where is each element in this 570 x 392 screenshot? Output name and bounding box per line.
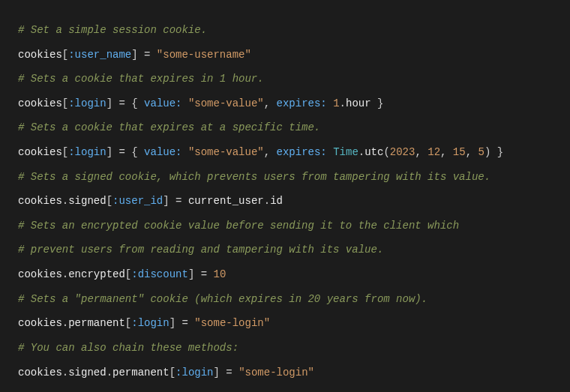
number: 1 xyxy=(333,97,339,109)
sp xyxy=(182,97,188,109)
punct: [ xyxy=(62,146,68,158)
sp xyxy=(327,97,333,109)
symbol: :user_name xyxy=(68,49,131,61)
punct: ] xyxy=(170,317,176,329)
punct: ] xyxy=(131,49,137,61)
method: signed xyxy=(68,195,106,207)
punct: ] xyxy=(214,367,220,379)
comment: # Sets an encrypted cookie value before … xyxy=(18,220,459,232)
code-line: cookies.encrypted[:discount] = 10 xyxy=(18,262,552,287)
code-block: # Set a simple session cookie.cookies[:u… xyxy=(0,0,570,392)
punct: ] xyxy=(106,97,112,109)
string: "some-value" xyxy=(188,97,264,109)
brace: } xyxy=(371,97,384,109)
string: "some-login" xyxy=(238,367,314,379)
identifier: cookies xyxy=(18,367,62,379)
class-name: Time xyxy=(333,146,358,158)
number: 2023 xyxy=(390,146,416,158)
code-line: cookies.permanent[:login] = "some-login" xyxy=(18,311,552,336)
code-line: # Sets an encrypted cookie value before … xyxy=(18,214,552,238)
method: hour xyxy=(346,97,371,109)
punct: ] xyxy=(163,195,169,207)
hash-key: value: xyxy=(144,146,182,158)
comment: # Sets a cookie that expires at a specif… xyxy=(18,121,320,133)
number: 10 xyxy=(214,268,226,280)
code-line: # You can also chain these methods: xyxy=(18,336,552,361)
dot: . xyxy=(62,317,68,329)
punct: [ xyxy=(170,367,176,379)
comma: , xyxy=(264,97,277,109)
brace: } xyxy=(490,146,503,158)
symbol: :login xyxy=(176,367,213,379)
code-line: cookies[:user_name] = "some-username" xyxy=(18,43,552,67)
comment: # prevent users from reading and tamperi… xyxy=(18,244,383,256)
op: = xyxy=(112,97,131,109)
string: "some-username" xyxy=(157,49,251,61)
code-line: # Sets a "permanent" cookie (which expir… xyxy=(18,287,552,312)
method: encrypted xyxy=(68,268,125,280)
code-line: # Sets a cookie that expires at a specif… xyxy=(18,115,552,140)
punct: [ xyxy=(125,268,131,280)
identifier: cookies xyxy=(18,49,62,61)
symbol: :login xyxy=(131,317,169,329)
op: = xyxy=(138,49,157,61)
code-line: cookies.signed[:user_id] = current_user.… xyxy=(18,189,552,214)
dot: . xyxy=(340,97,346,109)
dot: . xyxy=(62,268,68,280)
hash-key: value: xyxy=(144,97,182,109)
comment: # Sets a cookie that expires in 1 hour. xyxy=(18,73,264,85)
identifier: cookies xyxy=(18,195,62,207)
op: = xyxy=(220,367,238,379)
method: id xyxy=(270,195,283,207)
code-line: cookies[:login] = { value: "some-value",… xyxy=(18,91,552,116)
dot: . xyxy=(106,367,112,379)
comma: , xyxy=(415,146,428,158)
identifier: cookies xyxy=(18,317,62,329)
code-line: cookies[:login] = { value: "some-value",… xyxy=(18,140,552,165)
dot: . xyxy=(358,146,364,158)
comment: # You can also chain these methods: xyxy=(18,342,238,354)
punct: [ xyxy=(106,195,112,207)
comma: , xyxy=(440,146,453,158)
comma: , xyxy=(466,146,478,158)
code-line: # Sets a cookie that expires in 1 hour. xyxy=(18,67,552,91)
string: "some-value" xyxy=(188,146,264,158)
symbol: :user_id xyxy=(112,195,163,207)
hash-key: expires: xyxy=(277,146,327,158)
symbol: :login xyxy=(68,97,106,109)
dot: . xyxy=(62,195,68,207)
comma: , xyxy=(264,146,277,158)
code-line: cookies.signed.permanent[:login] = "some… xyxy=(18,361,552,385)
identifier: cookies xyxy=(18,146,62,158)
brace: { xyxy=(131,97,144,109)
op: = xyxy=(112,146,131,158)
symbol: :discount xyxy=(131,268,188,280)
op: = xyxy=(170,195,188,207)
hash-key: expires: xyxy=(277,97,327,109)
number: 12 xyxy=(428,146,440,158)
comment: # Sets a "permanent" cookie (which expir… xyxy=(18,293,428,305)
op: = xyxy=(176,317,194,329)
method: permanent xyxy=(68,317,125,329)
paren: ( xyxy=(383,146,389,158)
number: 5 xyxy=(478,146,484,158)
identifier: cookies xyxy=(18,268,62,280)
punct: [ xyxy=(125,317,131,329)
sp xyxy=(327,146,333,158)
string: "some-login" xyxy=(194,317,270,329)
code-line: # prevent users from reading and tamperi… xyxy=(18,238,552,262)
method: utc xyxy=(364,146,383,158)
op: = xyxy=(194,268,213,280)
symbol: :login xyxy=(68,146,106,158)
code-line: # Sets a signed cookie, which prevents u… xyxy=(18,165,552,190)
punct: ] xyxy=(106,146,112,158)
method: signed xyxy=(68,367,106,379)
punct: [ xyxy=(62,97,68,109)
sp xyxy=(182,146,188,158)
method: permanent xyxy=(112,367,170,379)
comment: # Set a simple session cookie. xyxy=(18,24,207,36)
dot: . xyxy=(62,367,68,379)
identifier: cookies xyxy=(18,97,62,109)
brace: { xyxy=(131,146,144,158)
number: 15 xyxy=(453,146,466,158)
